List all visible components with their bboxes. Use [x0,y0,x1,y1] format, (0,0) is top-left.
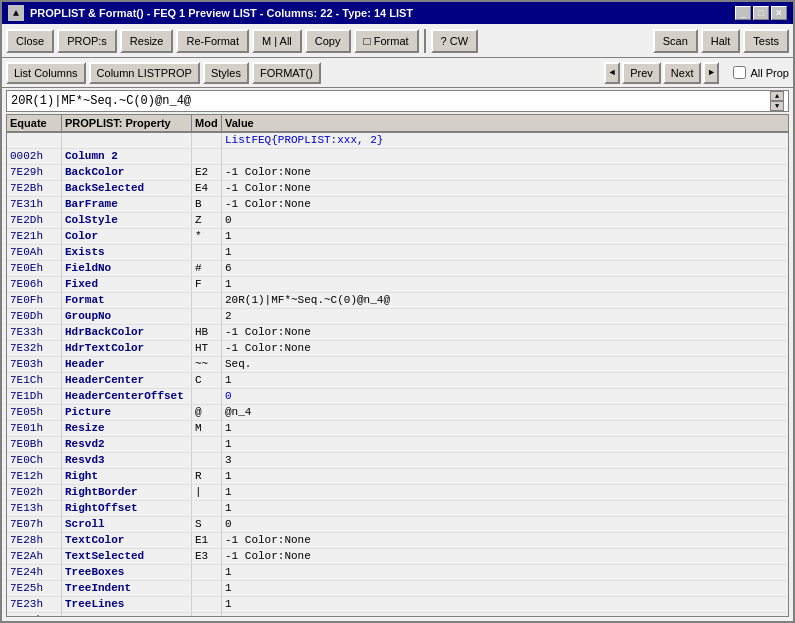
scroll-up-arrow[interactable]: ▲ [770,91,784,101]
table-row[interactable]: 7E0Dh GroupNo 2 [7,309,788,325]
address-bar: 20R(1)|MF*~Seq.~C(0)@n_4@ ▲ ▼ [6,90,789,112]
table-row[interactable]: 7E0Bh Resvd2 1 [7,437,788,453]
cell-mod [192,293,222,308]
props-button[interactable]: PROP:s [57,29,117,53]
resize-button[interactable]: Resize [120,29,174,53]
prev-button[interactable]: Prev [622,62,661,84]
table-row[interactable]: 7E02h RightBorder | 1 [7,485,788,501]
cell-value: @n_4 [222,405,788,420]
column-listprop-button[interactable]: Column LISTPROP [89,62,200,84]
table-row[interactable]: 7E1Dh HeaderCenterOffset 0 [7,389,788,405]
cell-mod [192,309,222,324]
cell-value: -1 Color:None [222,165,788,180]
cell-value: 1 [222,501,788,516]
title-bar: ▲ PROPLIST & Format() - FEQ 1 Preview LI… [2,2,793,24]
table-row[interactable]: 7E0Ch Resvd3 3 [7,453,788,469]
table-row[interactable]: 7E2Ah TextSelected E3 -1 Color:None [7,549,788,565]
cell-equate: 7E2Dh [7,213,62,228]
cell-mod: F [192,277,222,292]
format-button-label: Format [374,35,409,47]
cell-value: 1 [222,485,788,500]
format-button[interactable]: □ Format [354,29,419,53]
maximize-button[interactable]: □ [753,6,769,20]
cell-prop: TreeRoot [62,613,192,616]
table-row[interactable]: 7E06h Fixed F 1 [7,277,788,293]
tests-button[interactable]: Tests [743,29,789,53]
table-row[interactable]: 7E0Ah Exists 1 [7,245,788,261]
table-row[interactable]: 7E2Bh BackSelected E4 -1 Color:None [7,181,788,197]
cell-prop: Exists [62,245,192,260]
header-equate: Equate [7,115,62,131]
cell-prop: Scroll [62,517,192,532]
copy-button[interactable]: Copy [305,29,351,53]
table-row[interactable]: 7E03h Header ~~ Seq. [7,357,788,373]
table-row[interactable]: 7E0Eh FieldNo # 6 [7,261,788,277]
table-row[interactable]: 7E0Fh Format 20R(1)|MF*~Seq.~C(0)@n_4@ [7,293,788,309]
table-row[interactable]: 7E33h HdrBackColor HB -1 Color:None [7,325,788,341]
cell-mod: E3 [192,549,222,564]
table-row[interactable]: 7E2Dh ColStyle Z 0 [7,213,788,229]
scroll-down-arrow[interactable]: ▼ [770,101,784,111]
next-button[interactable]: Next [663,62,702,84]
table-row[interactable]: 7E07h Scroll S 0 [7,517,788,533]
all-prop-checkbox[interactable] [733,66,746,79]
cell-prop: ColStyle [62,213,192,228]
cell-mod [192,613,222,616]
cell-value: 1 [222,277,788,292]
format-fn-button[interactable]: FORMAT() [252,62,321,84]
table-row[interactable]: 7E12h Right R 1 [7,469,788,485]
cell-mod: Z [192,213,222,228]
cell-value: 1 [222,245,788,260]
close-window-button[interactable]: ✕ [771,6,787,20]
cell-mod: E4 [192,181,222,196]
cell-mod: # [192,261,222,276]
table-row[interactable]: 7E21h Color * 1 [7,229,788,245]
halt-button[interactable]: Halt [701,29,741,53]
separator1 [424,29,426,53]
table-row[interactable]: 7E05h Picture @ @n_4 [7,405,788,421]
cell-prop: FieldNo [62,261,192,276]
cell-equate: 7E12h [7,469,62,484]
table-row[interactable]: ListFEQ{PROPLIST:xxx, 2} [7,133,788,149]
table-row[interactable]: 7E13h RightOffset 1 [7,501,788,517]
cell-prop: Format [62,293,192,308]
cell-value: 1 [222,597,788,612]
cell-prop: HdrTextColor [62,341,192,356]
table-row[interactable]: 7E29h BackColor E2 -1 Color:None [7,165,788,181]
table-row[interactable]: 7E24h TreeBoxes 1 [7,565,788,581]
cell-prop: Right [62,469,192,484]
cell-equate: 7E02h [7,485,62,500]
header-value: Value [222,115,788,131]
list-columns-button[interactable]: List Columns [6,62,86,84]
table-row[interactable]: 7E01h Resize M 1 [7,421,788,437]
table-row[interactable]: 7E31h BarFrame B -1 Color:None [7,197,788,213]
table-row[interactable]: 7E27h TreeRoot 1 [7,613,788,616]
table-body[interactable]: ListFEQ{PROPLIST:xxx, 2} 0002h Column 2 … [7,133,788,616]
cell-value: -1 Color:None [222,325,788,340]
cw-button[interactable]: ? CW [431,29,479,53]
close-button[interactable]: Close [6,29,54,53]
table-row[interactable]: 0002h Column 2 [7,149,788,165]
table-row[interactable]: 7E1Ch HeaderCenter C 1 [7,373,788,389]
table-row[interactable]: 7E32h HdrTextColor HT -1 Color:None [7,341,788,357]
m-all-button[interactable]: M | All [252,29,302,53]
minimize-button[interactable]: _ [735,6,751,20]
table-row[interactable]: 7E28h TextColor E1 -1 Color:None [7,533,788,549]
styles-button[interactable]: Styles [203,62,249,84]
scan-button[interactable]: Scan [653,29,698,53]
reformat-button[interactable]: Re-Format [176,29,249,53]
cell-equate: 7E2Ah [7,549,62,564]
address-scroll: ▲ ▼ [770,91,784,111]
cell-mod: B [192,197,222,212]
cell-prop: Color [62,229,192,244]
cell-prop: Resize [62,421,192,436]
prev-arrow-button[interactable]: ◄ [604,62,620,84]
cell-equate: 7E1Dh [7,389,62,404]
next-arrow-button[interactable]: ► [703,62,719,84]
cell-mod: HT [192,341,222,356]
table-row[interactable]: 7E23h TreeLines 1 [7,597,788,613]
table-header: Equate PROPLIST: Property Mod Value [7,115,788,133]
table-row[interactable]: 7E25h TreeIndent 1 [7,581,788,597]
cell-prop: RightBorder [62,485,192,500]
cell-mod [192,149,222,164]
